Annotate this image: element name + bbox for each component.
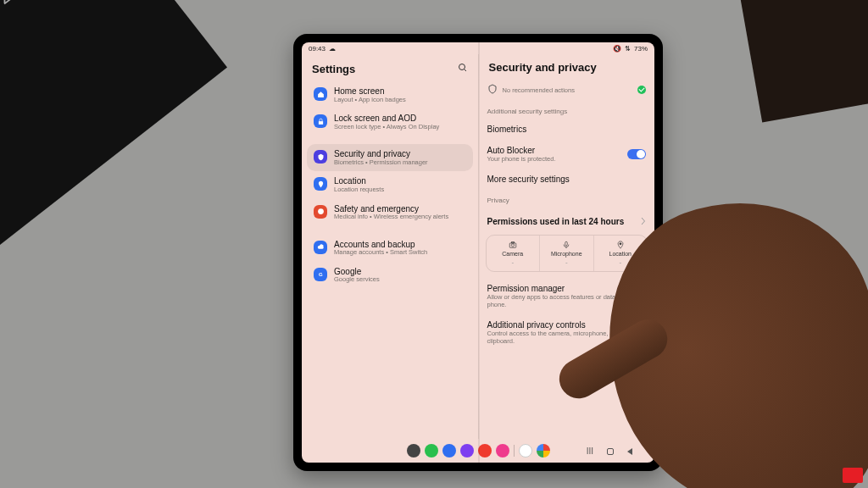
settings-list-pane: Settings Home screen Layout • App icon bbox=[302, 54, 479, 439]
permissions-24h-title: Permissions used in last 24 hours bbox=[487, 217, 625, 226]
detail-header: Security and privacy bbox=[479, 54, 655, 79]
perm-camera-label: Camera bbox=[502, 251, 523, 257]
item-title: Lock screen and AOD bbox=[334, 114, 439, 124]
auto-blocker-item[interactable]: Auto Blocker Your phone is protected. bbox=[479, 140, 655, 169]
perm-mic-label: Microphone bbox=[551, 251, 582, 257]
section-additional-label: Additional security settings bbox=[479, 101, 655, 119]
perm-camera-value: - bbox=[511, 258, 514, 266]
shield-check-icon bbox=[487, 82, 498, 97]
home-icon bbox=[314, 87, 327, 101]
perm-loc-label: Location bbox=[609, 251, 632, 257]
chevron-right-icon bbox=[641, 214, 646, 229]
item-subtitle: Biometrics • Permission manager bbox=[334, 159, 428, 167]
item-subtitle: Layout • App icon badges bbox=[334, 97, 406, 104]
news-app-icon[interactable] bbox=[478, 444, 492, 458]
google-g-icon: G bbox=[314, 268, 327, 281]
check-badge-icon bbox=[637, 86, 646, 94]
browser-app-icon[interactable] bbox=[460, 444, 474, 458]
svg-rect-7 bbox=[511, 242, 514, 243]
tablet-device: 09:43 ☁ 🔇 ⇅ 73% Settings bbox=[293, 34, 663, 471]
updates-card[interactable]: No recommended actions bbox=[479, 79, 655, 101]
more-security-item[interactable]: More security settings bbox=[479, 169, 655, 190]
product-box bbox=[0, 0, 227, 255]
data-arrows-icon: ⇅ bbox=[625, 45, 631, 53]
recents-button[interactable]: III bbox=[587, 446, 593, 456]
nav-bar: III bbox=[587, 446, 632, 456]
updates-sub: No recommended actions bbox=[503, 86, 633, 94]
svg-point-3 bbox=[318, 208, 324, 214]
auto-blocker-toggle[interactable] bbox=[627, 149, 646, 159]
item-title: Home screen bbox=[334, 86, 406, 97]
sidebar-item-home-screen[interactable]: Home screen Layout • App icon badges bbox=[307, 81, 473, 108]
perm-mic-value: - bbox=[565, 258, 568, 266]
section-privacy-label: Privacy bbox=[479, 190, 655, 208]
perm-loc-value: - bbox=[619, 258, 621, 266]
svg-line-1 bbox=[464, 69, 466, 72]
item-subtitle: Manage accounts • Smart Switch bbox=[334, 249, 427, 257]
sidebar-item-google[interactable]: G Google Google services bbox=[307, 262, 473, 289]
svg-point-0 bbox=[459, 64, 465, 70]
phone-app-icon[interactable] bbox=[425, 444, 438, 458]
status-bar: 09:43 ☁ 🔇 ⇅ 73% bbox=[302, 42, 654, 54]
watermark-logo bbox=[843, 468, 863, 483]
apps-icon[interactable] bbox=[407, 444, 420, 458]
sidebar-item-accounts[interactable]: Accounts and backup Manage accounts • Sm… bbox=[307, 235, 473, 262]
screen: 09:43 ☁ 🔇 ⇅ 73% Settings bbox=[302, 42, 654, 463]
more-security-title: More security settings bbox=[487, 175, 647, 184]
svg-text:G: G bbox=[318, 272, 322, 277]
detail-title: Security and privacy bbox=[489, 61, 597, 74]
sidebar-item-safety[interactable]: Safety and emergency Medical info • Wire… bbox=[307, 199, 473, 226]
volume-mute-icon: 🔇 bbox=[613, 45, 621, 53]
biometrics-title: Biometrics bbox=[487, 125, 647, 134]
chrome-app-icon[interactable] bbox=[537, 444, 550, 458]
status-time: 09:43 bbox=[309, 45, 326, 53]
perm-microphone-cell[interactable]: Microphone - bbox=[540, 236, 594, 271]
item-subtitle: Medical info • Wireless emergency alerts bbox=[334, 214, 448, 221]
auto-blocker-title: Auto Blocker bbox=[487, 146, 556, 155]
wooden-block bbox=[738, 0, 868, 122]
dock-divider bbox=[514, 445, 515, 457]
svg-rect-2 bbox=[318, 121, 322, 125]
auto-blocker-sub: Your phone is protected. bbox=[487, 155, 556, 163]
item-subtitle: Screen lock type • Always On Display bbox=[334, 124, 439, 131]
cloud-sync-icon bbox=[314, 241, 327, 254]
svg-point-10 bbox=[620, 243, 621, 245]
svg-rect-8 bbox=[565, 241, 568, 246]
lock-icon bbox=[314, 114, 327, 128]
permissions-grid: Camera - Microphone - Location - bbox=[486, 235, 648, 272]
settings-list[interactable]: Home screen Layout • App icon badges Loc… bbox=[302, 81, 478, 292]
settings-title: Settings bbox=[312, 63, 355, 75]
pin-icon bbox=[616, 241, 625, 249]
item-subtitle: Google services bbox=[334, 276, 380, 284]
shield-icon bbox=[314, 150, 327, 164]
home-button[interactable] bbox=[607, 448, 614, 455]
sidebar-item-lock-screen[interactable]: Lock screen and AOD Screen lock type • A… bbox=[307, 108, 473, 136]
microphone-icon bbox=[562, 241, 570, 249]
item-subtitle: Location requests bbox=[334, 186, 384, 194]
settings-header: Settings bbox=[302, 54, 478, 81]
sos-icon bbox=[314, 205, 327, 219]
search-icon[interactable] bbox=[458, 61, 468, 76]
svg-point-6 bbox=[511, 244, 514, 247]
camera-icon bbox=[509, 241, 517, 249]
battery-percent: 73% bbox=[634, 45, 648, 53]
back-button[interactable] bbox=[627, 448, 632, 455]
sidebar-item-security[interactable]: Security and privacy Biometrics • Permis… bbox=[307, 144, 473, 171]
cloud-icon: ☁ bbox=[329, 45, 336, 53]
gallery-app-icon[interactable] bbox=[496, 444, 509, 458]
pin-icon bbox=[314, 177, 327, 191]
perm-camera-cell[interactable]: Camera - bbox=[487, 236, 541, 271]
messages-app-icon[interactable] bbox=[442, 444, 456, 458]
sidebar-item-location[interactable]: Location Location requests bbox=[307, 171, 473, 198]
permissions-24h-item[interactable]: Permissions used in last 24 hours bbox=[479, 208, 655, 235]
playstore-app-icon[interactable] bbox=[519, 444, 532, 458]
biometrics-item[interactable]: Biometrics bbox=[479, 119, 655, 140]
